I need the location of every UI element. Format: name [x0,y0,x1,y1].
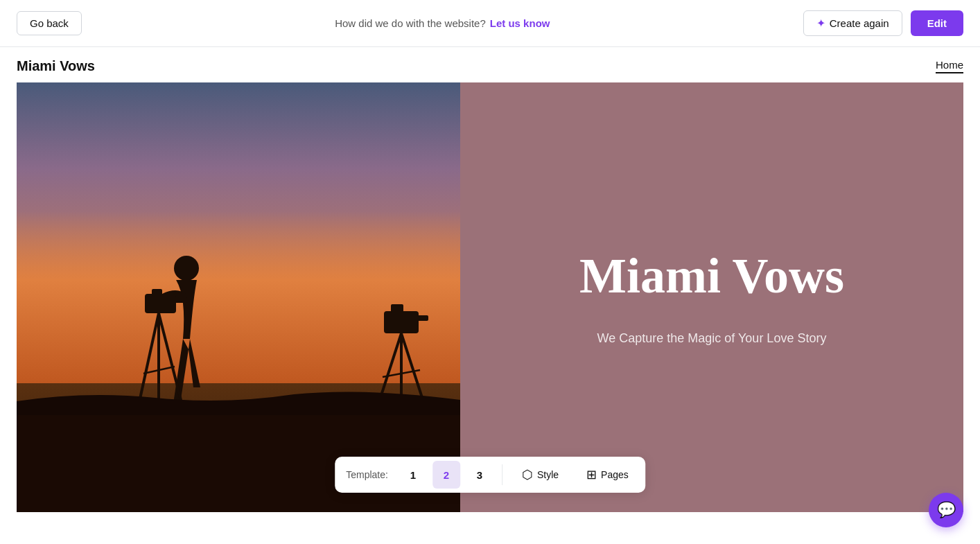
silhouette-svg [17,82,460,512]
hero-container: Miami Vows We Capture the Magic of Your … [17,82,963,512]
sparkle-icon: ✦ [816,17,825,30]
hero-subtitle: We Capture the Magic of Your Love Story [597,331,827,346]
svg-point-1 [174,256,199,281]
chat-button[interactable]: 💬 [929,493,963,527]
style-label: Style [537,469,559,480]
template-label: Template: [340,469,394,480]
header-right: ✦ Create again Edit [803,10,963,36]
svg-line-7 [159,313,183,408]
main-preview: Miami Vows We Capture the Magic of Your … [17,82,963,512]
feedback-text: How did we do with the website? [335,17,486,29]
subheader: Miami Vows Home [0,47,980,74]
nav-home-link[interactable]: Home [936,59,963,73]
let-us-know-link[interactable]: Let us know [490,17,550,29]
svg-rect-11 [417,315,428,321]
pages-icon: ⊞ [586,467,597,482]
hero-panel: Miami Vows We Capture the Magic of Your … [460,82,963,512]
template-2-button[interactable]: 2 [432,461,460,489]
svg-rect-10 [391,304,403,313]
create-again-button[interactable]: ✦ Create again [803,10,902,36]
pages-label: Pages [601,469,629,480]
svg-rect-3 [152,289,162,296]
svg-rect-9 [384,311,419,333]
template-3-button[interactable]: 3 [466,461,493,489]
hero-photo [17,82,460,512]
divider [502,464,502,485]
svg-rect-2 [145,294,176,313]
header: Go back How did we do with the website? … [0,0,980,47]
pages-button[interactable]: ⊞ Pages [575,462,640,488]
bottom-toolbar: Template: 1 2 3 ⬡ Style ⊞ Pages [335,457,645,493]
style-button[interactable]: ⬡ Style [511,462,570,488]
svg-rect-4 [175,297,187,303]
go-back-button[interactable]: Go back [17,11,82,35]
svg-line-5 [138,313,159,408]
hero-title: Miami Vows [579,249,844,304]
header-left: Go back [17,11,82,35]
edit-button[interactable]: Edit [911,10,963,36]
template-1-button[interactable]: 1 [399,461,427,489]
site-title: Miami Vows [17,58,95,74]
create-again-label: Create again [830,17,889,29]
header-center: How did we do with the website? Let us k… [335,17,550,29]
style-icon: ⬡ [522,467,533,482]
chat-icon: 💬 [937,501,956,519]
